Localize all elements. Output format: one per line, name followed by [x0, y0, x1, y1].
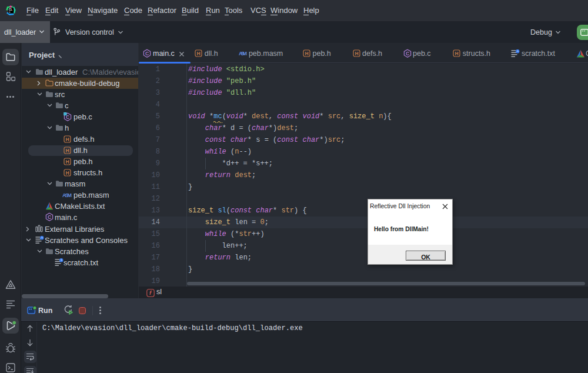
svg-text:H: H — [305, 51, 309, 56]
svg-text:ASM: ASM — [239, 51, 247, 56]
svg-text:ASM: ASM — [62, 192, 72, 198]
svg-text:H: H — [65, 159, 69, 165]
svg-text:H: H — [455, 51, 458, 56]
svg-text:C: C — [145, 51, 149, 56]
svg-text:C: C — [48, 214, 51, 220]
svg-text:f: f — [149, 289, 152, 296]
svg-text:H: H — [65, 170, 69, 176]
svg-text:H: H — [65, 148, 69, 154]
svg-text:H: H — [355, 51, 358, 56]
svg-text:C: C — [406, 51, 409, 56]
svg-text:H: H — [197, 51, 201, 56]
svg-text:CL: CL — [9, 8, 12, 11]
svg-text:H: H — [65, 136, 69, 142]
